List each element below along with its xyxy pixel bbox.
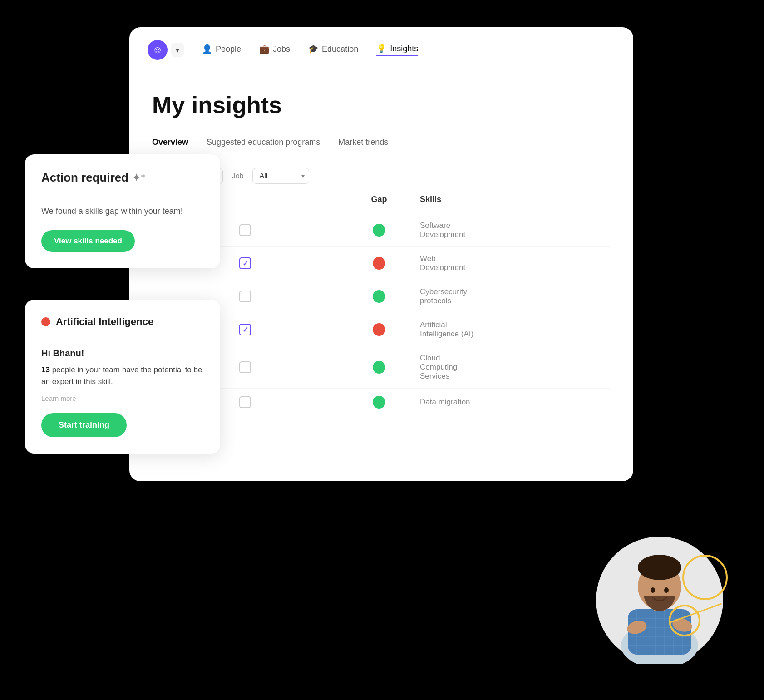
gap-cell-5 [338,361,420,374]
gap-dot-6 [373,396,385,409]
check-mark-4: ✓ [242,325,248,334]
gap-cell-4 [338,323,420,336]
logo-circle: ☺ [148,40,168,60]
job-select[interactable]: All Developer Manager [252,168,309,184]
table-row: Software Development [152,214,611,247]
table-row: Cybersecurity protocols [152,280,611,313]
check-mark-2: ✓ [242,259,248,268]
skill-name-4: Artificial Intelligence (AI) [420,320,474,339]
start-training-button[interactable]: Start training [41,413,127,437]
nav-item-jobs[interactable]: 💼 Jobs [259,44,290,56]
action-card-title: Action required ✦⁺ [41,171,204,185]
nav-label-insights: Insights [390,44,418,54]
nav-label-jobs: Jobs [273,44,290,54]
person-svg [614,537,705,664]
skill-name-2: Web Development [420,254,474,272]
nav-label-people: People [216,44,241,54]
navbar: ☺ ▾ 👤 People 💼 Jobs 🎓 Education 💡 Insigh… [129,27,633,73]
logo-icon: ☺ [153,44,163,56]
ai-description: 13 people in your team have the potentia… [41,364,204,387]
nav-items: 👤 People 💼 Jobs 🎓 Education 💡 Insights [202,44,615,56]
job-select-wrapper[interactable]: All Developer Manager [252,168,309,184]
checkbox-6[interactable] [239,396,251,408]
nav-dropdown-button[interactable]: ▾ [171,43,184,57]
gap-dot-5 [373,361,385,374]
ai-card-title: Artificial Intelligence [56,316,153,328]
ai-description-text: people in your team have the potential t… [41,365,202,386]
table-row: Cloud Computing Services [152,346,611,389]
action-required-card: Action required ✦⁺ We found a skills gap… [25,154,220,268]
skills-table: d training Gap Skills Software Developme… [152,195,611,416]
person-area [582,500,737,664]
ai-greeting: Hi Bhanu! [41,348,204,359]
nav-label-education: Education [322,44,358,54]
gap-dot-1 [373,224,385,237]
gap-cell-1 [338,224,420,237]
table-row: ✓ Web Development [152,247,611,280]
tab-market-trends[interactable]: Market trends [338,132,388,153]
checkbox-5[interactable] [239,361,251,373]
checkbox-2[interactable]: ✓ [239,257,251,269]
ai-insight-card: Artificial Intelligence Hi Bhanu! 13 peo… [25,300,220,454]
action-title-text: Action required [41,171,128,185]
view-skills-button[interactable]: View skills needed [41,230,135,252]
gap-cell-3 [338,290,420,303]
skill-name-5: Cloud Computing Services [420,354,474,381]
table-row: Data migration [152,389,611,416]
sparkle-icon: ✦⁺ [132,172,146,184]
checkbox-4[interactable]: ✓ [239,324,251,335]
ai-divider [41,339,204,339]
tabs-container: Overview Suggested education programs Ma… [152,132,611,153]
nav-logo[interactable]: ☺ ▾ [148,40,184,60]
ai-status-dot [41,317,50,326]
filter-job-label: Job [232,172,244,180]
jobs-icon: 💼 [259,44,269,54]
checkbox-1[interactable] [239,224,251,236]
people-icon: 👤 [202,44,212,54]
gap-dot-3 [373,290,385,303]
skill-name-1: Software Development [420,221,474,239]
ai-count: 13 [41,365,50,374]
svg-point-14 [638,555,681,580]
svg-point-17 [651,587,655,593]
ai-card-header: Artificial Intelligence [41,316,204,328]
insights-icon: 💡 [376,44,386,54]
table-row: ✓ Artificial Intelligence (AI) [152,313,611,346]
yellow-circle-decoration-1 [682,555,728,600]
action-divider [41,194,204,194]
nav-item-education[interactable]: 🎓 Education [308,44,358,56]
ai-learn-more-link[interactable]: Learn more [41,394,204,402]
education-icon: 🎓 [308,44,318,54]
page-title: My insights [152,91,611,118]
tab-overview[interactable]: Overview [152,132,188,153]
skill-name-3: Cybersecurity protocols [420,287,474,306]
nav-item-insights[interactable]: 💡 Insights [376,44,418,56]
action-card-text: We found a skills gap within your team! [41,205,204,217]
gap-dot-2 [373,257,385,270]
filter-row: ...nt IT HR Finance Job All Developer Ma… [152,168,611,184]
gap-cell-2 [338,257,420,270]
svg-point-18 [664,587,669,593]
table-header: d training Gap Skills [152,195,611,210]
col-header-skills: Skills [420,195,474,204]
tab-suggested-education[interactable]: Suggested education programs [207,132,320,153]
skill-name-6: Data migration [420,398,474,407]
checkbox-3[interactable] [239,291,251,302]
col-header-gap: Gap [338,195,420,204]
gap-cell-6 [338,396,420,409]
gap-dot-4 [373,323,385,336]
nav-item-people[interactable]: 👤 People [202,44,241,56]
